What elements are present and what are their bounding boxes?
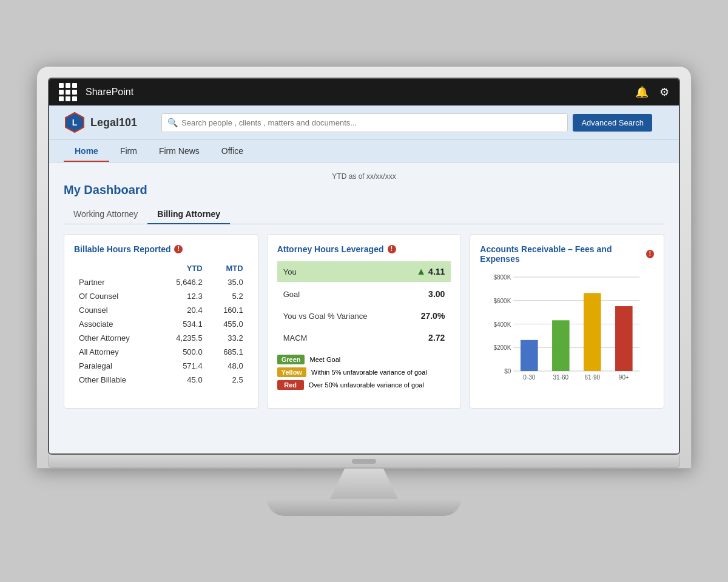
tab-billing-attorney[interactable]: Billing Attorney: [147, 204, 230, 224]
legend-badge: Red: [277, 380, 304, 390]
monitor-bottom-bar: [48, 455, 680, 468]
main-content: YTD as of xx/xx/xxx My Dashboard Working…: [49, 162, 679, 453]
legend-badge: Yellow: [277, 367, 306, 377]
lev-label: You vs Goal % Variance: [283, 312, 368, 321]
legend-row: Red Over 50% unfavorable variance of goa…: [277, 380, 451, 390]
table-row: Other Attorney 4,235.5 33.2: [74, 331, 248, 345]
nav-item-firmnews[interactable]: Firm News: [148, 140, 211, 162]
svg-text:$400K: $400K: [494, 321, 511, 328]
row-mtd: 685.1: [207, 345, 248, 359]
row-ytd: 571.4: [158, 359, 207, 373]
card-ar-title: Accounts Receivable – Fees and Expenses …: [480, 244, 654, 264]
screen: SharePoint 🔔 ⚙ L Legal101: [48, 78, 680, 455]
lev-value: 3.00: [428, 289, 445, 299]
nav-item-office[interactable]: Office: [211, 140, 254, 162]
col-mtd: MTD: [207, 261, 248, 275]
bar-chart-container: $800K$600K$400K$200K$00-3031-6061-9090+: [480, 271, 654, 398]
legend-row: Green Meet Goal: [277, 355, 451, 364]
row-mtd: 48.0: [207, 359, 248, 373]
row-label: All Attorney: [74, 345, 158, 359]
row-ytd: 45.0: [158, 373, 207, 387]
lev-value: ▲4.11: [416, 266, 445, 277]
row-mtd: 2.5: [207, 373, 248, 387]
billable-hours-info-icon[interactable]: !: [174, 245, 183, 253]
stand-neck: [315, 469, 413, 499]
notification-icon[interactable]: 🔔: [635, 85, 649, 99]
search-input-wrap: 🔍: [161, 113, 568, 132]
topbar-title: SharePoint: [86, 87, 133, 98]
svg-text:L: L: [72, 118, 78, 127]
svg-rect-14: [552, 320, 570, 371]
row-label: Counsel: [74, 303, 158, 317]
waffle-icon[interactable]: [59, 83, 77, 101]
table-row: Paralegal 571.4 48.0: [74, 359, 248, 373]
hours-table: YTD MTD Partner 5,646.2 35.0 Of Counsel …: [74, 261, 248, 387]
lev-value: 2.72: [428, 333, 445, 343]
legend-text: Meet Goal: [309, 356, 340, 363]
row-mtd: 455.0: [207, 317, 248, 331]
legend-row: Yellow Within 5% unfavorable variance of…: [277, 367, 451, 377]
lev-value: 27.0%: [421, 311, 445, 321]
table-row: Of Counsel 12.3 5.2: [74, 289, 248, 303]
row-mtd: 160.1: [207, 303, 248, 317]
col-ytd: YTD: [158, 261, 207, 275]
logo-icon: L: [64, 112, 86, 133]
leveraged-row: You vs Goal % Variance 27.0%: [277, 306, 451, 326]
table-row: Counsel 20.4 160.1: [74, 303, 248, 317]
table-row: Associate 534.1 455.0: [74, 317, 248, 331]
logo-area: L Legal101: [64, 112, 137, 133]
search-area: 🔍 Advanced Search: [161, 113, 652, 132]
col-label: [74, 261, 158, 275]
row-label: Other Billable: [74, 373, 158, 387]
table-row: Partner 5,646.2 35.0: [74, 275, 248, 289]
lev-label: MACM: [283, 333, 308, 343]
leveraged-row: You ▲4.11: [277, 261, 451, 282]
table-row: All Attorney 500.0 685.1: [74, 345, 248, 359]
bar-chart-svg: $800K$600K$400K$200K$00-3031-6061-9090+: [480, 271, 654, 392]
monitor-wrapper: SharePoint 🔔 ⚙ L Legal101: [36, 66, 692, 516]
stand-foot: [267, 499, 461, 516]
row-mtd: 33.2: [207, 331, 248, 345]
svg-text:31-60: 31-60: [553, 374, 569, 381]
settings-icon[interactable]: ⚙: [659, 85, 669, 99]
svg-text:$800K: $800K: [494, 274, 511, 281]
monitor-base: [36, 469, 692, 516]
row-label: Associate: [74, 317, 158, 331]
leveraged-row: Goal 3.00: [277, 284, 451, 304]
row-mtd: 35.0: [207, 275, 248, 289]
svg-rect-16: [584, 293, 601, 371]
card-attorney-leveraged-title: Attorney Hours Leveraged !: [277, 244, 451, 254]
leveraged-row: MACM 2.72: [277, 328, 451, 347]
search-input[interactable]: [161, 113, 568, 132]
nav-item-home[interactable]: Home: [64, 140, 109, 162]
leveraged-info-icon[interactable]: !: [388, 245, 396, 253]
power-button[interactable]: [352, 459, 376, 464]
nav-item-firm[interactable]: Firm: [109, 140, 148, 162]
topbar-right: 🔔 ⚙: [635, 85, 669, 99]
row-mtd: 5.2: [207, 289, 248, 303]
svg-text:$0: $0: [505, 368, 512, 375]
card-ar: Accounts Receivable – Fees and Expenses …: [470, 234, 664, 409]
ar-info-icon[interactable]: !: [646, 250, 654, 258]
row-label: Paralegal: [74, 359, 158, 373]
dashboard-title: My Dashboard: [64, 183, 664, 197]
monitor-body: SharePoint 🔔 ⚙ L Legal101: [36, 66, 692, 469]
brand-name: Legal101: [90, 116, 137, 129]
topbar-left: SharePoint: [59, 83, 133, 101]
lev-label: You: [283, 267, 297, 276]
cards-row: Billable Hours Reported ! YTD MTD: [64, 234, 664, 409]
nav-bar: Home Firm Firm News Office: [49, 140, 679, 162]
advanced-search-button[interactable]: Advanced Search: [573, 114, 652, 132]
tab-working-attorney[interactable]: Working Attorney: [64, 204, 147, 224]
svg-text:0-30: 0-30: [524, 374, 536, 381]
row-ytd: 500.0: [158, 345, 207, 359]
svg-rect-12: [521, 340, 538, 371]
legend-area: Green Meet Goal Yellow Within 5% unfavor…: [277, 355, 451, 390]
card-attorney-leveraged: Attorney Hours Leveraged ! You ▲4.11 Goa…: [267, 234, 462, 409]
svg-text:$600K: $600K: [494, 298, 511, 304]
row-label: Other Attorney: [74, 331, 158, 345]
legend-badge: Green: [277, 355, 305, 364]
row-ytd: 534.1: [158, 317, 207, 331]
tabs-row: Working Attorney Billing Attorney: [64, 204, 664, 224]
header-bar: L Legal101 🔍 Advanced Search: [49, 105, 679, 140]
